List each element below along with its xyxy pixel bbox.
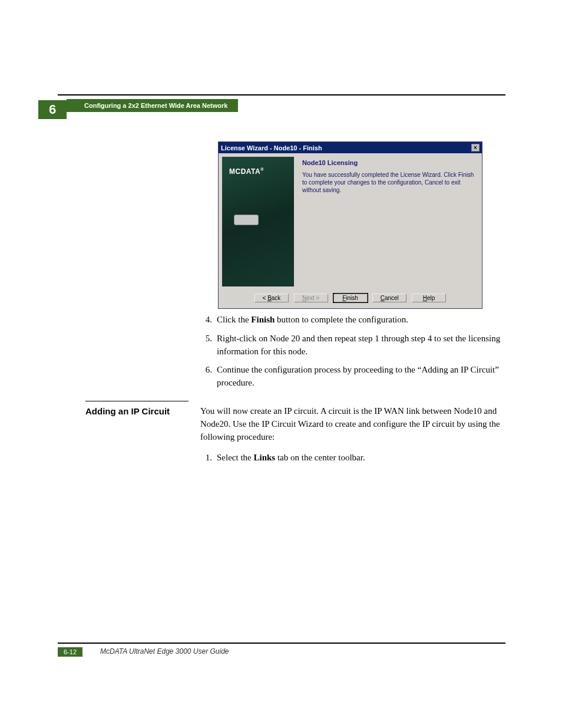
help-suffix: elp [427,295,435,301]
step-item: 4.Click the Finish button to complete th… [200,314,501,327]
chapter-breadcrumb: Configuring a 2x2 Ethernet Wide Area Net… [67,99,238,112]
registered-icon: ® [260,167,264,172]
step-number: 6. [200,364,217,390]
license-wizard-dialog: License Wizard - Node10 - Finish × MCDAT… [218,141,482,309]
step-number: 1. [200,452,217,465]
wizard-side-graphic: MCDATA® [222,157,294,286]
section-adding-ip-circuit: Adding an IP Circuit You will now create… [85,401,501,470]
finish-button[interactable]: Finish [333,294,368,302]
wizard-button-row: < Back Next > Finish Cancel Help [219,290,482,308]
step-list-upper: 4.Click the Finish button to complete th… [200,314,501,390]
section-rule [85,401,189,401]
next-button: Next > [294,294,328,302]
wizard-titlebar: License Wizard - Node10 - Finish × [219,142,482,153]
wizard-title-text: License Wizard - Node10 - Finish [221,144,322,151]
wizard-body-text: You have successfully completed the Lice… [302,171,477,194]
wizard-heading: Node10 Licensing [302,159,477,166]
top-horizontal-rule [58,94,505,95]
device-icon [234,215,259,225]
step-number: 5. [200,332,217,358]
next-suffix: ext > [306,295,319,301]
cancel-button[interactable]: Cancel [372,294,406,302]
step-item: 1.Select the Links tab on the center too… [200,452,501,465]
help-button[interactable]: Help [412,294,446,302]
help-ul: H [423,295,427,301]
step-item: 6.Continue the configuration process by … [200,364,501,390]
section-step-list: 1.Select the Links tab on the center too… [200,452,501,465]
page-footer: 6-12 McDATA UltraNet Edge 3000 User Guid… [58,643,505,644]
back-prefix: < [263,295,268,301]
finish-suffix: inish [346,295,358,301]
step-body: Continue the configuration process by pr… [217,364,501,390]
chapter-number-tab: 6 [38,100,67,119]
step-body: Select the Links tab on the center toolb… [217,452,501,465]
wizard-body: MCDATA® Node10 Licensing You have succes… [219,153,482,290]
section-intro: You will now create an IP circuit. A cir… [200,405,501,443]
main-content-column: License Wizard - Node10 - Finish × MCDAT… [200,141,501,396]
footer-doc-title: McDATA UltraNet Edge 3000 User Guide [100,647,229,655]
page-number-tab: 6-12 [58,647,82,657]
cancel-ul: C [381,295,385,301]
step-item: 5.Right-click on Node 20 and then repeat… [200,332,501,358]
mcdata-logo: MCDATA® [229,167,264,176]
logo-text: MCDATA [229,167,260,176]
step-body: Right-click on Node 20 and then repeat s… [217,332,501,358]
cancel-suffix: ancel [385,295,399,301]
back-suffix: ack [272,295,281,301]
close-icon[interactable]: × [471,144,480,151]
back-button[interactable]: < Back [254,294,289,302]
section-title: Adding an IP Circuit [85,405,200,470]
wizard-main-panel: Node10 Licensing You have successfully c… [297,153,482,290]
step-number: 4. [200,314,217,327]
back-ul: B [267,295,272,301]
step-body: Click the Finish button to complete the … [217,314,501,327]
